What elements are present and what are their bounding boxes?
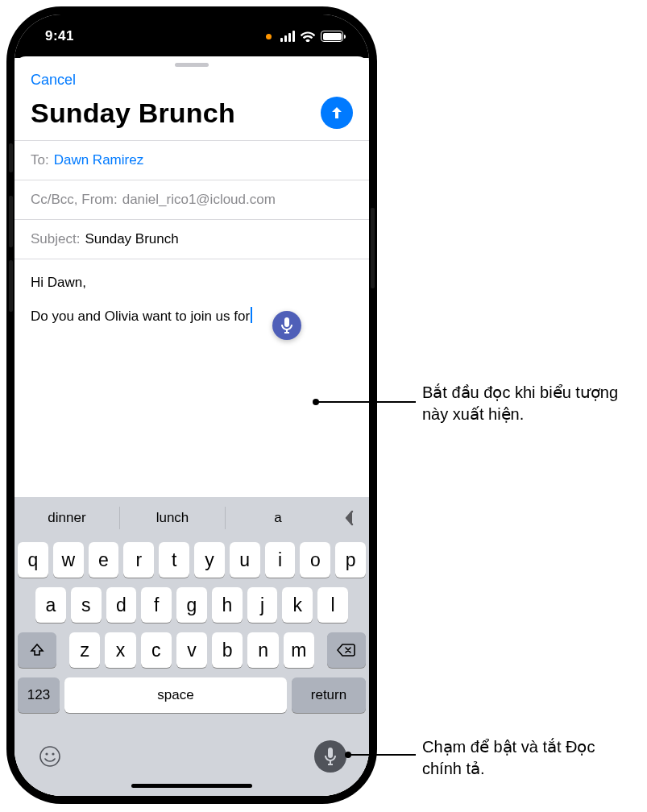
suggestion-collapse-button[interactable] (330, 499, 369, 537)
suggestion[interactable]: lunch (120, 499, 225, 537)
callout-line (348, 754, 416, 756)
key-d[interactable]: d (106, 587, 137, 623)
key-p[interactable]: p (335, 542, 366, 578)
dictation-indicator[interactable] (272, 311, 301, 340)
key-n[interactable]: n (247, 632, 278, 668)
side-button (9, 196, 13, 247)
key-a[interactable]: a (35, 587, 66, 623)
microphone-icon (324, 748, 337, 765)
key-h[interactable]: h (212, 587, 243, 623)
subject-field[interactable]: Subject: Sunday Brunch (15, 219, 369, 259)
return-key[interactable]: return (292, 677, 366, 713)
key-g[interactable]: g (176, 587, 207, 623)
key-q[interactable]: q (18, 542, 48, 578)
side-button (9, 143, 13, 172)
shift-key[interactable] (18, 632, 56, 668)
key-m[interactable]: m (284, 632, 314, 668)
shift-icon (29, 642, 45, 658)
body-line: Hi Dawn, (31, 274, 353, 292)
key-i[interactable]: i (265, 542, 296, 578)
dynamic-island (143, 26, 241, 53)
key-r[interactable]: r (123, 542, 154, 578)
callout-text: Chạm để bật và tắt Đọc chính tả. (422, 736, 632, 780)
phone-frame: 9:41 Cancel Sunday Brunch (6, 6, 377, 804)
callout-line (316, 401, 416, 403)
svg-point-0 (40, 747, 60, 766)
key-e[interactable]: e (89, 542, 119, 578)
key-l[interactable]: l (317, 587, 348, 623)
space-key[interactable]: space (64, 677, 287, 713)
numbers-key[interactable]: 123 (18, 677, 60, 713)
smiley-icon (38, 744, 62, 768)
key-x[interactable]: x (105, 632, 135, 668)
subject-value: Sunday Brunch (85, 231, 178, 247)
cancel-button[interactable]: Cancel (31, 72, 76, 89)
backspace-key[interactable] (327, 632, 366, 668)
key-z[interactable]: z (69, 632, 100, 668)
backspace-icon (337, 643, 356, 657)
text-cursor (251, 307, 252, 323)
body-line: Do you and Olivia want to join us for (31, 307, 353, 326)
key-c[interactable]: c (141, 632, 172, 668)
chevron-left-icon (345, 510, 355, 526)
key-u[interactable]: u (230, 542, 260, 578)
arrow-up-icon (329, 105, 345, 121)
subject-label: Subject: (31, 231, 80, 247)
key-y[interactable]: y (194, 542, 225, 578)
key-w[interactable]: w (53, 542, 84, 578)
suggestion[interactable]: a (226, 499, 330, 537)
side-button (371, 208, 375, 288)
message-body[interactable]: Hi Dawn, Do you and Olivia want to join … (15, 259, 369, 497)
key-f[interactable]: f (141, 587, 172, 623)
suggestion[interactable]: dinner (15, 499, 119, 537)
send-button[interactable] (321, 97, 353, 129)
status-right (266, 31, 344, 42)
svg-point-1 (45, 752, 48, 755)
key-b[interactable]: b (212, 632, 243, 668)
key-t[interactable]: t (159, 542, 189, 578)
microphone-icon (280, 317, 293, 334)
keyboard: dinner lunch a qwertyuiop asdfghjkl (15, 497, 369, 796)
compose-title: Sunday Brunch (31, 97, 235, 129)
battery-icon (321, 31, 343, 42)
compose-sheet: Cancel Sunday Brunch To: Dawn Ramirez Cc… (15, 56, 369, 796)
key-j[interactable]: j (247, 587, 278, 623)
status-bar: 9:41 (15, 14, 369, 58)
mic-in-use-dot (266, 34, 272, 39)
to-label: To: (31, 152, 49, 168)
screen: 9:41 Cancel Sunday Brunch (15, 14, 369, 796)
home-indicator[interactable] (131, 784, 252, 788)
emoji-button[interactable] (37, 744, 63, 769)
cellular-signal-icon (280, 31, 296, 42)
callout-text: Bắt đầu đọc khi biểu tượng này xuất hiện… (422, 382, 640, 425)
suggestion-bar: dinner lunch a (15, 499, 369, 537)
to-field[interactable]: To: Dawn Ramirez (15, 140, 369, 180)
from-value: daniel_rico1@icloud.com (122, 192, 276, 208)
wifi-icon (301, 31, 315, 42)
side-button (9, 260, 13, 312)
svg-point-2 (52, 752, 54, 755)
ccbcc-from-field[interactable]: Cc/Bcc, From: daniel_rico1@icloud.com (15, 180, 369, 219)
ccbcc-label: Cc/Bcc, From: (31, 192, 118, 208)
dictation-button[interactable] (314, 740, 346, 773)
key-o[interactable]: o (300, 542, 330, 578)
key-s[interactable]: s (71, 587, 102, 623)
to-value: Dawn Ramirez (54, 152, 143, 168)
key-v[interactable]: v (176, 632, 207, 668)
status-time: 9:41 (45, 28, 74, 44)
key-k[interactable]: k (282, 587, 313, 623)
